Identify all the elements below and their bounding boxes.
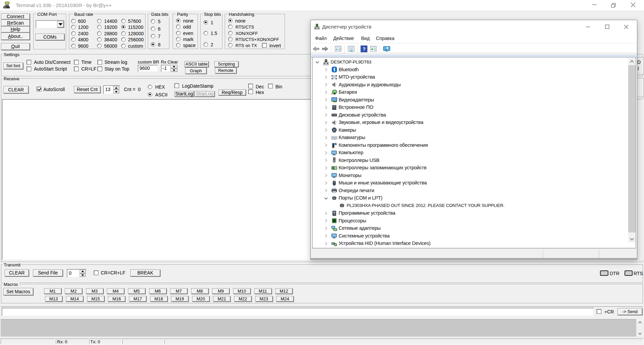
svg-text:?: ? [362,46,366,52]
